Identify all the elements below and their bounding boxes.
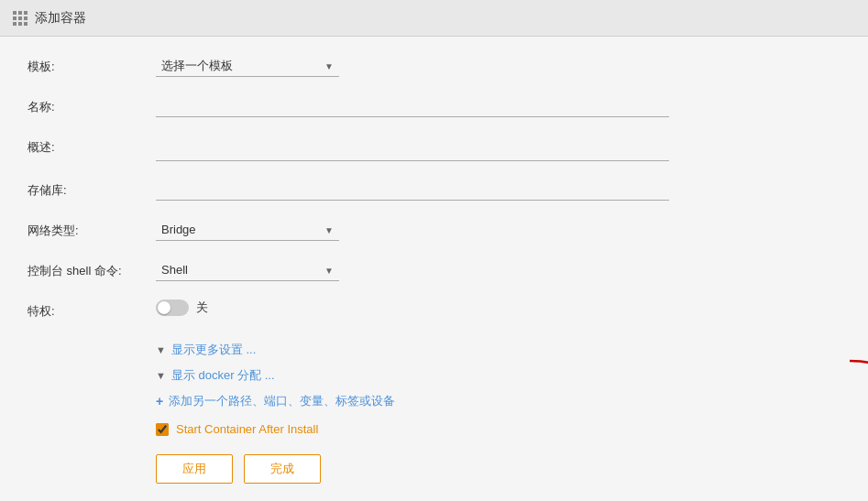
show-more-link[interactable]: 显示更多设置 ... xyxy=(171,342,256,358)
start-container-checkbox[interactable] xyxy=(156,423,169,436)
titlebar: 添加容器 xyxy=(0,0,868,37)
storage-label: 存储库: xyxy=(27,179,156,199)
shell-row: 控制台 shell 命令: Shell bash ash sh ▼ xyxy=(27,259,841,285)
page-title: 添加容器 xyxy=(35,10,86,27)
add-resource-link[interactable]: 添加另一个路径、端口、变量、标签或设备 xyxy=(169,393,395,409)
add-link-row: + 添加另一个路径、端口、变量、标签或设备 xyxy=(156,393,841,409)
template-select-wrapper[interactable]: 选择一个模板 ▼ xyxy=(156,55,339,77)
network-label: 网络类型: xyxy=(27,219,156,239)
description-control xyxy=(156,136,761,164)
name-input[interactable] xyxy=(156,95,669,117)
shell-control: Shell bash ash sh ▼ xyxy=(156,259,761,281)
privilege-control: 关 xyxy=(156,300,761,327)
privilege-toggle[interactable] xyxy=(156,300,189,316)
footer-buttons: 应用 完成 xyxy=(156,454,841,484)
shell-select-wrapper[interactable]: Shell bash ash sh ▼ xyxy=(156,259,339,281)
name-control xyxy=(156,95,761,117)
network-select-wrapper[interactable]: Bridge host none ▼ xyxy=(156,219,339,241)
show-more-row: ▼ 显示更多设置 ... xyxy=(156,342,841,358)
apply-button[interactable]: 应用 xyxy=(156,454,233,484)
complete-button[interactable]: 完成 xyxy=(244,454,321,484)
chevron-down-icon-2: ▼ xyxy=(156,370,166,381)
grid-icon xyxy=(13,11,27,26)
start-container-label[interactable]: Start Container After Install xyxy=(176,422,318,436)
description-label: 概述: xyxy=(27,136,156,156)
show-docker-row: ▼ 显示 docker 分配 ... xyxy=(156,367,841,384)
privilege-label: 特权: xyxy=(27,300,156,320)
network-control: Bridge host none ▼ xyxy=(156,219,761,241)
network-select[interactable]: Bridge host none xyxy=(156,219,339,241)
description-input[interactable] xyxy=(156,136,669,161)
toggle-label: 关 xyxy=(196,300,208,316)
red-arrow-icon xyxy=(841,356,868,402)
storage-input[interactable] xyxy=(156,179,669,201)
shell-label: 控制台 shell 命令: xyxy=(27,259,156,279)
storage-control xyxy=(156,179,761,201)
name-label: 名称: xyxy=(27,95,156,115)
description-row: 概述: xyxy=(27,136,841,164)
name-row: 名称: xyxy=(27,95,841,121)
show-docker-link[interactable]: 显示 docker 分配 ... xyxy=(171,367,275,384)
network-row: 网络类型: Bridge host none ▼ xyxy=(27,219,841,245)
template-label: 模板: xyxy=(27,55,156,75)
toggle-row: 关 xyxy=(156,300,761,316)
start-container-row: Start Container After Install xyxy=(156,422,841,436)
template-control: 选择一个模板 ▼ xyxy=(156,55,761,77)
plus-icon: + xyxy=(156,394,163,408)
storage-row: 存储库: xyxy=(27,179,841,204)
privilege-row: 特权: 关 xyxy=(27,300,841,327)
chevron-down-icon: ▼ xyxy=(156,344,166,355)
template-select[interactable]: 选择一个模板 xyxy=(156,55,339,77)
toggle-knob xyxy=(158,301,170,314)
template-row: 模板: 选择一个模板 ▼ xyxy=(27,55,841,81)
window: 添加容器 模板: 选择一个模板 ▼ 名称: 概述: xyxy=(0,0,868,501)
shell-select[interactable]: Shell bash ash sh xyxy=(156,259,339,281)
form-content: 模板: 选择一个模板 ▼ 名称: 概述: xyxy=(0,37,868,501)
